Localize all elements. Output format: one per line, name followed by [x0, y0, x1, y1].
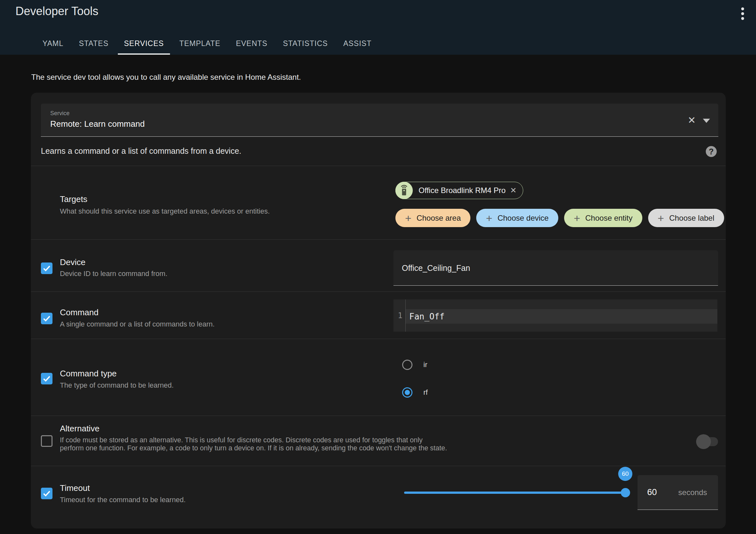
targets-row: Targets What should this service use as … [31, 166, 726, 239]
timeout-value: 60 [647, 487, 657, 497]
chip-remove-icon[interactable]: ✕ [510, 186, 516, 195]
alternative-description: If code must be stored as an alternative… [60, 436, 448, 452]
alternative-title: Alternative [60, 424, 99, 434]
tab-yaml[interactable]: YAML [36, 36, 69, 55]
choose-device-button[interactable]: + Choose device [476, 209, 558, 227]
check-icon [42, 374, 51, 383]
timeout-slider-thumb[interactable] [621, 488, 630, 497]
command-type-description: The type of command to be learned. [60, 381, 174, 390]
radio-option-ir[interactable]: ir [402, 360, 427, 370]
radio-option-rf[interactable]: rf [402, 387, 428, 397]
check-icon [42, 264, 51, 273]
radio-circle-icon [402, 387, 413, 397]
device-id-input[interactable]: Office_Ceiling_Fan [393, 250, 718, 286]
command-row: Command A single command or a list of co… [31, 292, 726, 339]
kebab-dot [741, 12, 744, 15]
overflow-menu-icon[interactable] [736, 6, 749, 21]
radio-circle-icon [402, 360, 413, 370]
clear-icon[interactable]: ✕ [688, 114, 696, 126]
targets-description: What should this service use as targeted… [60, 207, 270, 216]
command-type-title: Command type [60, 369, 117, 379]
device-description: Device ID to learn command from. [60, 269, 167, 278]
command-code-editor[interactable]: 1 Fan_Off [393, 299, 717, 332]
command-value: Fan_Off [409, 312, 445, 321]
choose-area-button[interactable]: + Choose area [395, 209, 471, 227]
choose-label-button[interactable]: + Choose label [648, 209, 724, 227]
choose-entity-button[interactable]: + Choose entity [564, 209, 642, 227]
radio-ir-label: ir [423, 361, 427, 369]
kebab-dot [741, 7, 744, 10]
timeout-slider-tooltip: 60 [618, 467, 633, 481]
command-title: Command [60, 308, 98, 318]
service-description: Learns a command or a list of commands f… [41, 146, 241, 156]
developer-tools-page: Developer Tools YAML STATES SERVICES TEM… [0, 0, 756, 55]
check-icon [42, 314, 51, 323]
tab-statistics[interactable]: STATISTICS [277, 36, 334, 55]
page-title: Developer Tools [15, 5, 98, 18]
command-description: A single command or a list of commands t… [60, 320, 215, 328]
radio-dot [405, 390, 410, 395]
timeout-checkbox[interactable] [41, 488, 52, 499]
check-icon [42, 489, 51, 498]
help-icon[interactable]: ? [706, 146, 717, 157]
timeout-slider-track[interactable] [404, 492, 626, 494]
command-type-checkbox[interactable] [41, 373, 52, 384]
radio-rf-label: rf [423, 388, 428, 397]
editor-active-line [406, 309, 717, 324]
remote-device-icon [395, 182, 413, 199]
plus-icon: + [405, 213, 412, 224]
kebab-dot [741, 17, 744, 20]
toggle-thumb [696, 434, 711, 449]
timeout-number-input[interactable]: 60 seconds [637, 475, 718, 510]
command-checkbox[interactable] [41, 313, 52, 324]
dropdown-caret-icon[interactable] [703, 119, 710, 123]
timeout-row: Timeout Timeout for the command to be le… [31, 466, 726, 528]
plus-icon: + [574, 213, 580, 224]
service-call-card: Service Remote: Learn command ✕ Learns a… [31, 93, 726, 528]
choose-area-label: Choose area [417, 214, 461, 223]
plus-icon: + [658, 213, 664, 224]
device-title: Device [60, 257, 85, 267]
app-header: Developer Tools YAML STATES SERVICES TEM… [0, 0, 756, 55]
timeout-unit: seconds [678, 488, 707, 497]
tab-services[interactable]: SERVICES [118, 36, 170, 55]
service-description-row: Learns a command or a list of commands f… [31, 137, 726, 166]
timeout-title: Timeout [60, 483, 90, 493]
tab-states[interactable]: STATES [73, 36, 115, 55]
choose-label-label: Choose label [669, 214, 714, 223]
target-choose-buttons: + Choose area + Choose device + Choose e… [395, 209, 724, 227]
tab-template[interactable]: TEMPLATE [173, 36, 227, 55]
device-checkbox[interactable] [41, 263, 52, 274]
device-id-value: Office_Ceiling_Fan [402, 264, 470, 273]
service-select[interactable]: Service Remote: Learn command ✕ [41, 104, 718, 137]
command-type-row: Command type The type of command to be l… [31, 339, 726, 416]
service-field-value: Remote: Learn command [50, 119, 145, 129]
alternative-checkbox[interactable] [41, 435, 52, 447]
choose-device-label: Choose device [498, 214, 549, 223]
timeout-description: Timeout for the command to be learned. [60, 496, 186, 504]
tab-bar: YAML STATES SERVICES TEMPLATE EVENTS STA… [36, 36, 381, 55]
service-field-label: Service [50, 110, 69, 117]
device-row: Device Device ID to learn command from. … [31, 239, 726, 292]
target-chip-label: Office Broadlink RM4 Pro [413, 186, 510, 195]
plus-icon: + [486, 213, 492, 224]
target-chip[interactable]: Office Broadlink RM4 Pro ✕ [395, 182, 523, 199]
intro-text: The service dev tool allows you to call … [31, 73, 301, 82]
alternative-row: Alternative If code must be stored as an… [31, 416, 726, 466]
tab-assist[interactable]: ASSIST [337, 36, 378, 55]
choose-entity-label: Choose entity [585, 214, 633, 223]
targets-title: Targets [60, 194, 87, 204]
tab-events[interactable]: EVENTS [230, 36, 274, 55]
alternative-toggle[interactable] [696, 434, 748, 449]
editor-line-number: 1 [393, 311, 402, 320]
